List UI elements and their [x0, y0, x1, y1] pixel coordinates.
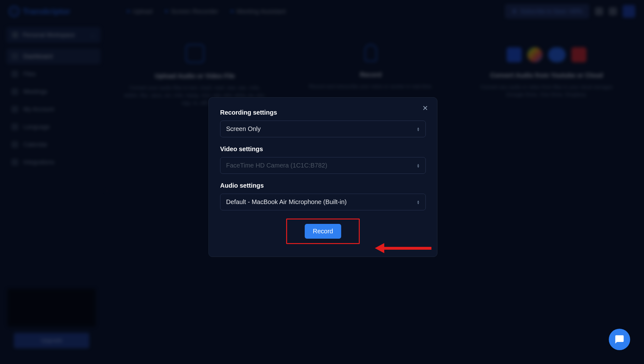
select-value: Default - MacBook Air Microphone (Built-…: [226, 198, 347, 206]
select-value: Screen Only: [226, 125, 261, 133]
record-button-label: Record: [313, 228, 333, 235]
arrow-head-icon: [375, 243, 384, 253]
video-settings-group: Video settings FaceTime HD Camera (1C1C:…: [220, 145, 426, 174]
annotation-arrow: [375, 245, 431, 251]
recording-mode-select[interactable]: Screen Only ▲▼: [220, 121, 426, 137]
recording-settings-label: Recording settings: [220, 109, 426, 116]
arrow-line: [384, 247, 431, 250]
video-device-select[interactable]: FaceTime HD Camera (1C1C:B782) ▲▼: [220, 157, 426, 174]
audio-device-select[interactable]: Default - MacBook Air Microphone (Built-…: [220, 194, 426, 210]
chat-support-button[interactable]: [609, 329, 630, 350]
close-icon: ✕: [422, 104, 428, 112]
chat-icon: [614, 334, 625, 344]
close-button[interactable]: ✕: [421, 105, 429, 112]
annotation-highlight-box: Record: [286, 219, 360, 244]
updown-icon: ▲▼: [417, 127, 420, 131]
updown-icon: ▲▼: [417, 200, 420, 204]
record-button[interactable]: Record: [305, 224, 341, 239]
recording-settings-group: Recording settings Screen Only ▲▼: [220, 109, 426, 137]
recording-settings-modal: ✕ Recording settings Screen Only ▲▼ Vide…: [208, 97, 437, 257]
record-button-wrap: Record: [220, 219, 426, 244]
video-settings-label: Video settings: [220, 145, 426, 153]
select-value: FaceTime HD Camera (1C1C:B782): [226, 162, 327, 169]
updown-icon: ▲▼: [417, 163, 420, 168]
audio-settings-group: Audio settings Default - MacBook Air Mic…: [220, 182, 426, 210]
audio-settings-label: Audio settings: [220, 182, 426, 189]
